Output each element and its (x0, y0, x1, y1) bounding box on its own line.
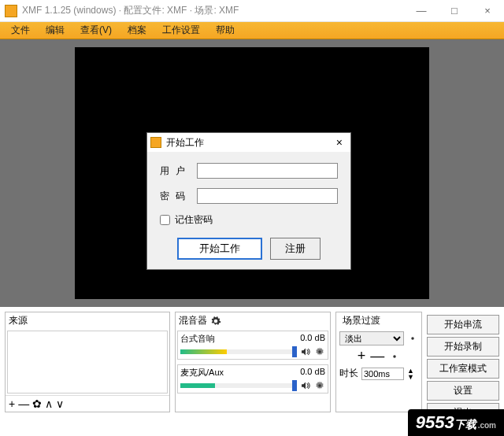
watermark-dotcom: .com (478, 421, 496, 430)
watermark-sub: 下载 (454, 418, 476, 432)
settings-button[interactable]: 设置 (427, 381, 499, 401)
add-source-button[interactable]: + (9, 397, 15, 410)
menu-edit[interactable]: 编辑 (38, 22, 72, 39)
start-work-button[interactable]: 开始工作 (177, 238, 262, 260)
mixer-title: 混音器 (179, 314, 207, 327)
dialog-title: 开始工作 (166, 136, 332, 150)
window-title: XMF 1.1.25 (windows) · 配置文件: XMF · 场景: X… (22, 4, 405, 17)
start-stream-button[interactable]: 开始串流 (427, 315, 499, 334)
menu-archive[interactable]: 档案 (120, 22, 154, 39)
transitions-title: 场景过渡 (343, 314, 380, 327)
sources-title: 来源 (9, 314, 28, 327)
mixer-channel-mic: 麦克风/Aux 0.0 dB (177, 364, 328, 394)
watermark-main: 9553 (416, 412, 454, 433)
volume-slider[interactable] (292, 380, 297, 391)
close-button[interactable]: × (471, 0, 504, 22)
control-buttons: 开始串流 开始录制 工作室模式 设置 退出 (427, 312, 499, 423)
channel-name: 麦克风/Aux (180, 367, 224, 379)
duration-label: 时长 (339, 367, 358, 380)
register-button[interactable]: 注册 (270, 238, 321, 260)
studio-mode-button[interactable]: 工作室模式 (427, 359, 499, 379)
source-settings-button[interactable]: ✿ (32, 397, 42, 410)
username-input[interactable] (197, 163, 338, 179)
svg-point-3 (394, 355, 397, 358)
password-label: 密码 (160, 190, 197, 203)
sources-toolbar: + — ✿ ∧ ∨ (6, 395, 169, 412)
sources-list[interactable] (7, 331, 168, 394)
menu-work-settings[interactable]: 工作设置 (154, 22, 208, 39)
spinner-icon[interactable]: ▲▼ (407, 368, 414, 380)
user-label: 用户 (160, 164, 197, 178)
mixer-panel: 混音器 台式音响 0.0 dB 麦克风/Aux (175, 312, 331, 412)
volume-meter (180, 349, 297, 354)
channel-name: 台式音响 (180, 333, 215, 345)
speaker-icon[interactable] (300, 382, 311, 390)
channel-level: 0.0 dB (300, 367, 325, 379)
duration-input[interactable] (361, 368, 404, 380)
watermark: 9553 下载 .com (408, 409, 504, 436)
gear-icon[interactable] (407, 333, 418, 344)
sources-panel: 来源 + — ✿ ∧ ∨ (5, 312, 170, 412)
remove-transition-button[interactable]: — (370, 348, 384, 364)
minimize-button[interactable]: — (405, 0, 438, 22)
channel-level: 0.0 dB (300, 333, 325, 345)
gear-icon[interactable] (389, 351, 400, 362)
move-down-button[interactable]: ∨ (56, 397, 64, 410)
menu-bar: 文件 编辑 查看(V) 档案 工作设置 帮助 (0, 22, 504, 39)
svg-point-2 (411, 337, 414, 340)
remember-checkbox[interactable] (160, 215, 170, 225)
mixer-channel-desktop: 台式音响 0.0 dB (177, 331, 328, 360)
move-up-button[interactable]: ∧ (45, 397, 53, 410)
start-record-button[interactable]: 开始录制 (427, 337, 499, 357)
login-dialog: 开始工作 × 用户 密码 记住密码 开始工作 注册 (146, 132, 351, 270)
volume-slider[interactable] (292, 346, 297, 357)
add-transition-button[interactable]: + (358, 348, 366, 364)
volume-meter (180, 383, 297, 388)
app-icon (5, 5, 17, 17)
gear-icon[interactable] (210, 316, 221, 327)
speaker-icon[interactable] (300, 348, 311, 356)
gear-icon[interactable] (314, 380, 325, 391)
dialog-title-bar[interactable]: 开始工作 × (147, 133, 350, 152)
transitions-panel: 场景过渡 淡出 + — 时长 ▲▼ (335, 312, 422, 412)
menu-help[interactable]: 帮助 (208, 22, 243, 39)
gear-icon[interactable] (314, 346, 325, 357)
remember-label: 记住密码 (175, 213, 213, 227)
remove-source-button[interactable]: — (18, 397, 29, 410)
title-bar: XMF 1.1.25 (windows) · 配置文件: XMF · 场景: X… (0, 0, 504, 22)
maximize-button[interactable]: □ (438, 0, 471, 22)
window-controls: — □ × (405, 0, 504, 22)
menu-view[interactable]: 查看(V) (72, 22, 120, 39)
dialog-icon (150, 137, 161, 148)
password-input[interactable] (197, 188, 338, 204)
transition-mode-select[interactable]: 淡出 (339, 331, 404, 345)
menu-file[interactable]: 文件 (3, 22, 38, 39)
dialog-close-button[interactable]: × (332, 136, 347, 149)
